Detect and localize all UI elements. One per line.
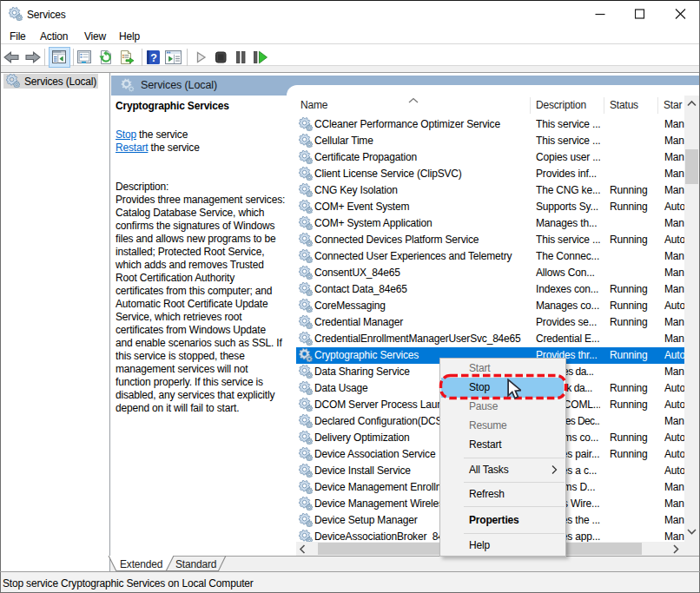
svg-text:?: ? bbox=[150, 52, 157, 64]
